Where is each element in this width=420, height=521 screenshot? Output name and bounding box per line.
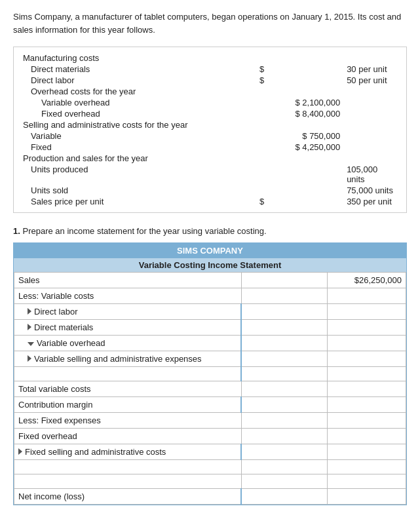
table-row: Variable overhead (14, 336, 406, 351)
item-label: Direct materials (31, 64, 90, 74)
row-mid-contribution[interactable] (241, 397, 328, 413)
row-right-empty2 (328, 460, 406, 474)
row-right-direct-labor (328, 304, 406, 320)
table-row: Total variable costs (14, 381, 406, 397)
table-row: Variable overhead $ 2,100,000 (20, 97, 400, 108)
row-mid-empty2 (241, 460, 328, 474)
row-right-direct-materials (328, 320, 406, 336)
item-label: Units sold (31, 185, 68, 195)
table-row: Variable $ 750,000 (20, 130, 400, 142)
row-mid-sales (241, 273, 328, 288)
table-row (14, 460, 406, 474)
row-mid-variable-overhead[interactable] (241, 336, 328, 351)
row-right-less-fixed (328, 413, 406, 429)
table-row: Less: Variable costs (14, 288, 406, 304)
question-text: 1. Prepare an income statement for the y… (13, 226, 407, 236)
row-label-direct-labor: Direct labor (14, 304, 242, 320)
table-row: Direct labor (14, 304, 406, 320)
item-label: Fixed overhead (41, 109, 100, 119)
arrow-right-icon (28, 308, 31, 315)
row-label-variable-selling: Variable selling and administrative expe… (14, 351, 242, 367)
row-right-variable-selling (328, 351, 406, 367)
item-label: Fixed (31, 142, 52, 152)
row-right-less-variable (328, 288, 406, 304)
row-label-fixed-overhead: Fixed overhead (14, 429, 242, 444)
row-label-fixed-selling: Fixed selling and administrative costs (14, 444, 242, 460)
table-row: Fixed overhead $ 8,400,000 (20, 108, 400, 119)
table-row: Units sold 75,000 units (20, 185, 400, 196)
table-row: Variable selling and administrative expe… (14, 351, 406, 367)
table-row: Fixed selling and administrative costs (14, 444, 406, 460)
arrow-right-icon (18, 448, 22, 455)
row-right-empty3 (328, 474, 406, 489)
row-label-less-variable: Less: Variable costs (14, 288, 242, 304)
table-row: Fixed overhead (14, 429, 406, 444)
item-label: Variable (31, 131, 62, 141)
row-label-empty3 (14, 474, 242, 489)
row-mid-variable-selling[interactable] (241, 351, 328, 367)
table-row: Sales price per unit $ 350 per unit (20, 196, 400, 207)
is-company-name: SIMS COMPANY (14, 243, 406, 258)
row-mid-less-variable (241, 288, 328, 304)
table-row: Production and sales for the year (20, 153, 400, 164)
row-mid-empty3 (241, 474, 328, 489)
row-right-sales: $26,250,000 (328, 273, 406, 288)
row-mid-total-variable (241, 381, 328, 397)
row-mid-net-income[interactable] (241, 489, 328, 505)
table-row: Direct materials $ 30 per unit (20, 64, 400, 75)
item-label: Direct labor (31, 75, 74, 85)
section-label: Selling and administrative costs for the… (23, 120, 187, 130)
arrow-down-icon (28, 342, 34, 346)
item-label: Sales price per unit (31, 197, 104, 206)
row-mid-less-fixed (241, 413, 328, 429)
row-right-fixed-selling (328, 444, 406, 460)
row-label-contribution: Contribution margin (14, 397, 242, 413)
cost-info-table: Manufacturing costs Direct materials $ 3… (13, 47, 407, 213)
table-row: Direct materials (14, 320, 406, 336)
table-row: Less: Fixed expenses (14, 413, 406, 429)
row-label-direct-materials: Direct materials (14, 320, 242, 336)
intro-paragraph: Sims Company, a manufacturer of tablet c… (13, 10, 407, 36)
table-row: Direct labor $ 50 per unit (20, 75, 400, 86)
table-row: Sales $26,250,000 (14, 273, 406, 288)
row-right-variable-overhead (328, 336, 406, 351)
row-right-net-income (328, 489, 406, 505)
question-number: 1. (13, 226, 20, 236)
row-mid-fixed-overhead (241, 429, 328, 444)
row-label-sales: Sales (14, 273, 242, 288)
section-label: Manufacturing costs (23, 53, 99, 63)
item-label: Variable overhead (41, 98, 110, 107)
is-title: Variable Costing Income Statement (14, 258, 406, 272)
row-mid-empty1 (241, 367, 328, 381)
row-right-fixed-overhead (328, 429, 406, 444)
question-body: Prepare an income statement for the year… (22, 226, 266, 236)
row-right-empty1 (328, 367, 406, 381)
row-mid-direct-materials[interactable] (241, 320, 328, 336)
item-label: Units produced (31, 164, 88, 174)
table-row: Units produced 105,000 units (20, 164, 400, 185)
arrow-right-icon (28, 355, 31, 362)
table-row: Net income (loss) (14, 489, 406, 505)
row-mid-fixed-selling[interactable] (241, 444, 328, 460)
row-label-net-income: Net income (loss) (14, 489, 242, 505)
income-statement: SIMS COMPANY Variable Costing Income Sta… (13, 242, 407, 505)
table-row: Overhead costs for the year (20, 86, 400, 97)
row-label-total-variable: Total variable costs (14, 381, 242, 397)
row-right-contribution (328, 397, 406, 413)
table-row (14, 367, 406, 381)
arrow-right-icon (28, 324, 31, 330)
row-right-total-variable (328, 381, 406, 397)
table-row: Contribution margin (14, 397, 406, 413)
row-label-less-fixed: Less: Fixed expenses (14, 413, 242, 429)
table-row: Manufacturing costs (20, 52, 400, 64)
row-label-empty1 (14, 367, 242, 381)
is-table: Sales $26,250,000 Less: Variable costs D… (14, 272, 406, 505)
table-row: Fixed $ 4,250,000 (20, 142, 400, 153)
table-row: Selling and administrative costs for the… (20, 119, 400, 130)
row-label-variable-overhead: Variable overhead (14, 336, 242, 351)
row-label-empty2 (14, 460, 242, 474)
row-mid-direct-labor[interactable] (241, 304, 328, 320)
table-row (14, 474, 406, 489)
item-label: Overhead costs for the year (31, 87, 136, 96)
section-label: Production and sales for the year (23, 153, 148, 163)
